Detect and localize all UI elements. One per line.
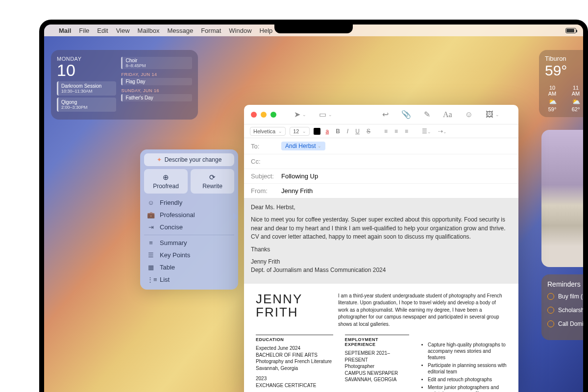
chevron-down-icon[interactable]: ⌄ bbox=[495, 112, 499, 117]
format-table[interactable]: ▦Table bbox=[144, 261, 234, 273]
menu-file[interactable]: File bbox=[79, 27, 89, 34]
writing-tools-panel: ✦Describe your change ⊕Proofread ⟳Rewrit… bbox=[140, 149, 238, 290]
recipient-token[interactable]: Andi Herbst⌄ bbox=[281, 142, 325, 150]
reminder-checkbox-icon[interactable] bbox=[547, 293, 554, 300]
from-field[interactable]: Jenny Frith bbox=[281, 187, 313, 195]
text-color-icon[interactable]: a bbox=[324, 128, 331, 135]
strike-button[interactable]: S bbox=[365, 128, 372, 135]
weather-icon: ⛅ bbox=[545, 98, 560, 105]
underline-button[interactable]: U bbox=[354, 128, 361, 135]
menu-message[interactable]: Message bbox=[167, 27, 193, 34]
briefcase-icon: 💼 bbox=[147, 211, 155, 219]
calendar-date: 10 bbox=[57, 62, 116, 78]
format-bar: Helvetica⌄ 12⌄ a B I U S ≡ ≡ ≡ ☰⌄ ⇢⌄ bbox=[244, 124, 518, 138]
bold-button[interactable]: B bbox=[334, 128, 342, 135]
attachment-icon[interactable]: 📎 bbox=[401, 110, 411, 119]
markup-icon[interactable]: ✎ bbox=[424, 110, 430, 119]
sparkle-icon: ✦ bbox=[157, 156, 162, 163]
resume-attachment: JENNYFRITH I am a third-year student und… bbox=[244, 284, 518, 392]
reminder-item[interactable]: Call Domin bbox=[547, 320, 583, 327]
reminder-item[interactable]: Scholarship bbox=[547, 307, 583, 314]
calendar-event: Flag Day bbox=[121, 78, 192, 85]
font-icon[interactable]: Aa bbox=[443, 110, 452, 119]
reminders-widget[interactable]: Reminders Buy film (12 Scholarship Call … bbox=[541, 274, 583, 340]
tone-friendly[interactable]: ☺Friendly bbox=[144, 196, 234, 209]
color-swatch[interactable] bbox=[314, 128, 320, 135]
from-label: From: bbox=[251, 187, 281, 195]
to-label: To: bbox=[251, 143, 281, 150]
weather-icon: ⛅ bbox=[568, 98, 583, 105]
calendar-event: Father's Day bbox=[121, 94, 192, 101]
indent-button[interactable]: ⇢⌄ bbox=[437, 128, 448, 135]
align-left-icon[interactable]: ≡ bbox=[383, 128, 389, 135]
describe-change-button[interactable]: ✦Describe your change bbox=[144, 153, 234, 166]
header-fields-icon[interactable]: ▭ bbox=[319, 110, 326, 119]
laptop-notch bbox=[274, 20, 353, 33]
list-icon: ☰ bbox=[147, 251, 155, 259]
reminders-title: Reminders bbox=[547, 280, 583, 288]
menu-edit[interactable]: Edit bbox=[97, 27, 108, 34]
close-button[interactable] bbox=[251, 112, 257, 118]
rewrite-button[interactable]: ⟳Rewrite bbox=[191, 169, 234, 194]
format-keypoints[interactable]: ☰Key Points bbox=[144, 249, 234, 261]
chevron-down-icon[interactable]: ⌄ bbox=[318, 144, 321, 148]
proofread-button[interactable]: ⊕Proofread bbox=[144, 169, 188, 194]
subject-field[interactable]: Following Up bbox=[281, 172, 318, 180]
summary-icon: ≡ bbox=[147, 239, 155, 246]
format-list[interactable]: ⋮≡List bbox=[144, 273, 234, 286]
message-body[interactable]: Dear Ms. Herbst, Nice to meet you for co… bbox=[244, 198, 518, 392]
chevron-down-icon[interactable]: ⌄ bbox=[302, 112, 306, 117]
tone-professional[interactable]: 💼Professional bbox=[144, 209, 234, 221]
emoji-icon[interactable]: ☺ bbox=[465, 110, 473, 119]
chevron-down-icon[interactable]: ⌄ bbox=[328, 112, 332, 117]
menu-mailbox[interactable]: Mailbox bbox=[138, 27, 160, 34]
calendar-event: Choir 8–8:45PM bbox=[121, 57, 192, 69]
battery-icon[interactable] bbox=[565, 28, 576, 33]
calendar-widget[interactable]: MONDAY 10 Darkroom Session 10:30–11:30AM… bbox=[51, 50, 198, 120]
table-icon: ▦ bbox=[147, 264, 155, 271]
reminder-item[interactable]: Buy film (12 bbox=[547, 293, 583, 300]
window-titlebar[interactable]: ➤⌄ ▭⌄ ↩︎ 📎 ✎ Aa ☺ 🖼⌄ bbox=[244, 105, 518, 124]
photo-icon[interactable]: 🖼 bbox=[486, 110, 493, 119]
menu-window[interactable]: Window bbox=[229, 27, 251, 34]
weather-temp: 59° bbox=[545, 62, 583, 79]
subject-label: Subject: bbox=[251, 172, 281, 180]
format-summary[interactable]: ≡Summary bbox=[144, 237, 234, 249]
calendar-day-label: MONDAY bbox=[57, 56, 116, 62]
send-icon[interactable]: ➤ bbox=[294, 110, 300, 119]
app-menu[interactable]: Mail bbox=[59, 27, 71, 34]
reminder-checkbox-icon[interactable] bbox=[547, 307, 554, 314]
align-right-icon[interactable]: ≡ bbox=[403, 128, 410, 135]
weather-location: Tiburon bbox=[545, 55, 583, 62]
align-center-icon[interactable]: ≡ bbox=[393, 128, 399, 135]
magnify-icon: ⊕ bbox=[146, 173, 186, 182]
minimize-button[interactable] bbox=[261, 112, 267, 118]
calendar-event: Qigong 2:00–3:30PM bbox=[57, 98, 116, 112]
reminder-checkbox-icon[interactable] bbox=[547, 320, 554, 327]
mail-compose-window: ➤⌄ ▭⌄ ↩︎ 📎 ✎ Aa ☺ 🖼⌄ Helvetica⌄ 12⌄ a B … bbox=[244, 105, 518, 392]
weather-widget[interactable]: Tiburon 59° 10 AM⛅59° 11 AM⛅62° bbox=[539, 50, 583, 117]
reply-icon[interactable]: ↩︎ bbox=[382, 110, 389, 119]
bullet-icon: ⋮≡ bbox=[147, 276, 155, 283]
smile-icon: ☺ bbox=[147, 199, 155, 206]
zoom-button[interactable] bbox=[270, 112, 276, 118]
font-select[interactable]: Helvetica⌄ bbox=[250, 127, 286, 136]
list-button[interactable]: ☰⌄ bbox=[420, 128, 433, 135]
calendar-event: Darkroom Session 10:30–11:30AM bbox=[57, 81, 116, 96]
menu-view[interactable]: View bbox=[116, 27, 130, 34]
photos-widget[interactable] bbox=[541, 130, 583, 267]
compress-icon: ⇥ bbox=[147, 223, 155, 231]
menu-help[interactable]: Help bbox=[260, 27, 273, 34]
menu-format[interactable]: Format bbox=[201, 27, 221, 34]
cc-label: Cc: bbox=[251, 158, 281, 165]
size-select[interactable]: 12⌄ bbox=[290, 127, 309, 136]
italic-button[interactable]: I bbox=[345, 128, 350, 135]
tone-concise[interactable]: ⇥Concise bbox=[144, 221, 234, 233]
rewrite-icon: ⟳ bbox=[193, 173, 232, 182]
